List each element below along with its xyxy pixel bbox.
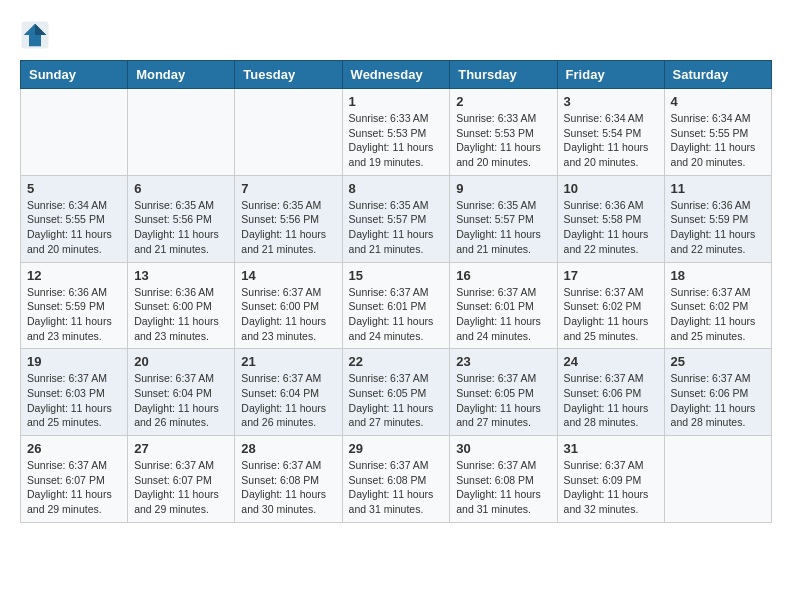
day-info: Sunrise: 6:37 AM Sunset: 6:06 PM Dayligh… <box>564 371 658 430</box>
day-info: Sunrise: 6:37 AM Sunset: 6:07 PM Dayligh… <box>27 458 121 517</box>
calendar-cell: 16Sunrise: 6:37 AM Sunset: 6:01 PM Dayli… <box>450 262 557 349</box>
calendar-header-row: SundayMondayTuesdayWednesdayThursdayFrid… <box>21 61 772 89</box>
day-info: Sunrise: 6:35 AM Sunset: 5:56 PM Dayligh… <box>134 198 228 257</box>
day-info: Sunrise: 6:33 AM Sunset: 5:53 PM Dayligh… <box>349 111 444 170</box>
calendar-cell <box>235 89 342 176</box>
calendar-table: SundayMondayTuesdayWednesdayThursdayFrid… <box>20 60 772 523</box>
calendar-cell: 4Sunrise: 6:34 AM Sunset: 5:55 PM Daylig… <box>664 89 771 176</box>
calendar-cell: 30Sunrise: 6:37 AM Sunset: 6:08 PM Dayli… <box>450 436 557 523</box>
page-header <box>20 20 772 50</box>
day-info: Sunrise: 6:37 AM Sunset: 6:05 PM Dayligh… <box>456 371 550 430</box>
day-number: 8 <box>349 181 444 196</box>
calendar-week-row: 26Sunrise: 6:37 AM Sunset: 6:07 PM Dayli… <box>21 436 772 523</box>
calendar-cell <box>21 89 128 176</box>
day-number: 29 <box>349 441 444 456</box>
day-number: 11 <box>671 181 765 196</box>
calendar-cell: 28Sunrise: 6:37 AM Sunset: 6:08 PM Dayli… <box>235 436 342 523</box>
day-number: 3 <box>564 94 658 109</box>
day-number: 18 <box>671 268 765 283</box>
day-info: Sunrise: 6:37 AM Sunset: 6:02 PM Dayligh… <box>671 285 765 344</box>
day-number: 5 <box>27 181 121 196</box>
day-number: 7 <box>241 181 335 196</box>
day-info: Sunrise: 6:37 AM Sunset: 6:06 PM Dayligh… <box>671 371 765 430</box>
logo <box>20 20 54 50</box>
calendar-cell: 13Sunrise: 6:36 AM Sunset: 6:00 PM Dayli… <box>128 262 235 349</box>
day-info: Sunrise: 6:34 AM Sunset: 5:55 PM Dayligh… <box>27 198 121 257</box>
day-info: Sunrise: 6:37 AM Sunset: 6:01 PM Dayligh… <box>349 285 444 344</box>
calendar-cell: 14Sunrise: 6:37 AM Sunset: 6:00 PM Dayli… <box>235 262 342 349</box>
calendar-cell: 31Sunrise: 6:37 AM Sunset: 6:09 PM Dayli… <box>557 436 664 523</box>
day-info: Sunrise: 6:37 AM Sunset: 6:00 PM Dayligh… <box>241 285 335 344</box>
day-info: Sunrise: 6:37 AM Sunset: 6:09 PM Dayligh… <box>564 458 658 517</box>
day-info: Sunrise: 6:37 AM Sunset: 6:07 PM Dayligh… <box>134 458 228 517</box>
weekday-header: Sunday <box>21 61 128 89</box>
day-info: Sunrise: 6:36 AM Sunset: 5:59 PM Dayligh… <box>671 198 765 257</box>
day-info: Sunrise: 6:37 AM Sunset: 6:08 PM Dayligh… <box>241 458 335 517</box>
day-number: 20 <box>134 354 228 369</box>
day-number: 4 <box>671 94 765 109</box>
calendar-cell <box>664 436 771 523</box>
weekday-header: Saturday <box>664 61 771 89</box>
calendar-cell: 17Sunrise: 6:37 AM Sunset: 6:02 PM Dayli… <box>557 262 664 349</box>
day-info: Sunrise: 6:37 AM Sunset: 6:04 PM Dayligh… <box>241 371 335 430</box>
calendar-cell <box>128 89 235 176</box>
calendar-cell: 8Sunrise: 6:35 AM Sunset: 5:57 PM Daylig… <box>342 175 450 262</box>
day-info: Sunrise: 6:37 AM Sunset: 6:04 PM Dayligh… <box>134 371 228 430</box>
calendar-cell: 29Sunrise: 6:37 AM Sunset: 6:08 PM Dayli… <box>342 436 450 523</box>
day-info: Sunrise: 6:36 AM Sunset: 5:58 PM Dayligh… <box>564 198 658 257</box>
calendar-cell: 7Sunrise: 6:35 AM Sunset: 5:56 PM Daylig… <box>235 175 342 262</box>
day-info: Sunrise: 6:35 AM Sunset: 5:56 PM Dayligh… <box>241 198 335 257</box>
day-number: 21 <box>241 354 335 369</box>
day-number: 14 <box>241 268 335 283</box>
calendar-cell: 12Sunrise: 6:36 AM Sunset: 5:59 PM Dayli… <box>21 262 128 349</box>
calendar-week-row: 5Sunrise: 6:34 AM Sunset: 5:55 PM Daylig… <box>21 175 772 262</box>
weekday-header: Tuesday <box>235 61 342 89</box>
day-number: 2 <box>456 94 550 109</box>
day-info: Sunrise: 6:36 AM Sunset: 6:00 PM Dayligh… <box>134 285 228 344</box>
day-number: 12 <box>27 268 121 283</box>
calendar-cell: 23Sunrise: 6:37 AM Sunset: 6:05 PM Dayli… <box>450 349 557 436</box>
day-number: 22 <box>349 354 444 369</box>
day-number: 15 <box>349 268 444 283</box>
day-info: Sunrise: 6:35 AM Sunset: 5:57 PM Dayligh… <box>456 198 550 257</box>
calendar-cell: 27Sunrise: 6:37 AM Sunset: 6:07 PM Dayli… <box>128 436 235 523</box>
day-number: 16 <box>456 268 550 283</box>
calendar-cell: 21Sunrise: 6:37 AM Sunset: 6:04 PM Dayli… <box>235 349 342 436</box>
day-info: Sunrise: 6:37 AM Sunset: 6:08 PM Dayligh… <box>349 458 444 517</box>
day-number: 28 <box>241 441 335 456</box>
calendar-cell: 1Sunrise: 6:33 AM Sunset: 5:53 PM Daylig… <box>342 89 450 176</box>
day-info: Sunrise: 6:37 AM Sunset: 6:08 PM Dayligh… <box>456 458 550 517</box>
day-number: 6 <box>134 181 228 196</box>
calendar-cell: 10Sunrise: 6:36 AM Sunset: 5:58 PM Dayli… <box>557 175 664 262</box>
day-number: 23 <box>456 354 550 369</box>
day-number: 27 <box>134 441 228 456</box>
day-info: Sunrise: 6:35 AM Sunset: 5:57 PM Dayligh… <box>349 198 444 257</box>
day-number: 9 <box>456 181 550 196</box>
calendar-cell: 5Sunrise: 6:34 AM Sunset: 5:55 PM Daylig… <box>21 175 128 262</box>
day-number: 30 <box>456 441 550 456</box>
calendar-cell: 3Sunrise: 6:34 AM Sunset: 5:54 PM Daylig… <box>557 89 664 176</box>
day-number: 1 <box>349 94 444 109</box>
calendar-cell: 18Sunrise: 6:37 AM Sunset: 6:02 PM Dayli… <box>664 262 771 349</box>
calendar-cell: 2Sunrise: 6:33 AM Sunset: 5:53 PM Daylig… <box>450 89 557 176</box>
calendar-week-row: 1Sunrise: 6:33 AM Sunset: 5:53 PM Daylig… <box>21 89 772 176</box>
calendar-cell: 24Sunrise: 6:37 AM Sunset: 6:06 PM Dayli… <box>557 349 664 436</box>
weekday-header: Wednesday <box>342 61 450 89</box>
day-number: 19 <box>27 354 121 369</box>
weekday-header: Thursday <box>450 61 557 89</box>
day-info: Sunrise: 6:37 AM Sunset: 6:02 PM Dayligh… <box>564 285 658 344</box>
day-number: 31 <box>564 441 658 456</box>
day-number: 13 <box>134 268 228 283</box>
day-info: Sunrise: 6:34 AM Sunset: 5:55 PM Dayligh… <box>671 111 765 170</box>
calendar-cell: 15Sunrise: 6:37 AM Sunset: 6:01 PM Dayli… <box>342 262 450 349</box>
day-number: 24 <box>564 354 658 369</box>
weekday-header: Monday <box>128 61 235 89</box>
calendar-cell: 20Sunrise: 6:37 AM Sunset: 6:04 PM Dayli… <box>128 349 235 436</box>
calendar-cell: 25Sunrise: 6:37 AM Sunset: 6:06 PM Dayli… <box>664 349 771 436</box>
logo-icon <box>20 20 50 50</box>
calendar-cell: 22Sunrise: 6:37 AM Sunset: 6:05 PM Dayli… <box>342 349 450 436</box>
calendar-cell: 9Sunrise: 6:35 AM Sunset: 5:57 PM Daylig… <box>450 175 557 262</box>
calendar-week-row: 19Sunrise: 6:37 AM Sunset: 6:03 PM Dayli… <box>21 349 772 436</box>
day-number: 10 <box>564 181 658 196</box>
day-number: 17 <box>564 268 658 283</box>
